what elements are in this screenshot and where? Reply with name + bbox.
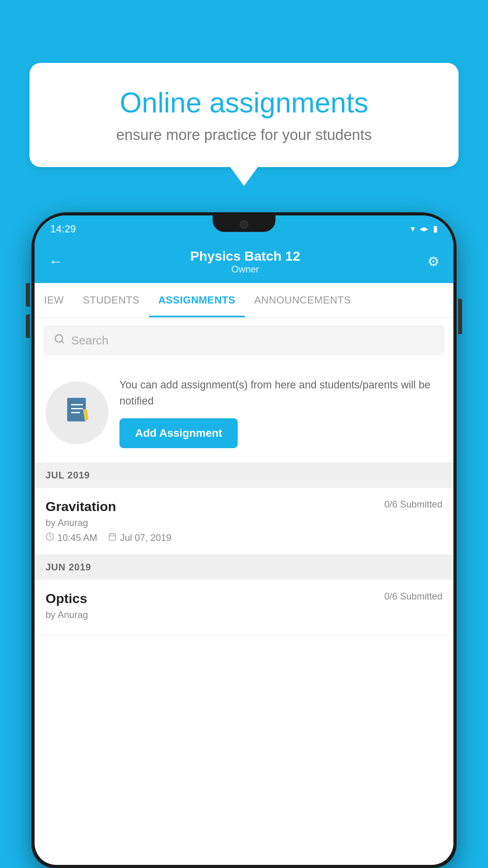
signal-icon: ◂▸ xyxy=(420,224,428,234)
tab-announcements[interactable]: ANNOUNCEMENTS xyxy=(245,283,360,317)
phone-screen: 14:29 ▾ ◂▸ ▮ ← Physics Batch 12 Owner ⚙ … xyxy=(35,215,453,865)
svg-rect-9 xyxy=(109,534,116,541)
assignment-time: 10:45 AM xyxy=(46,532,97,543)
speech-bubble: Online assignments ensure more practice … xyxy=(29,63,459,167)
status-icons: ▾ ◂▸ ▮ xyxy=(411,224,438,234)
power-button xyxy=(458,299,462,334)
bubble-subtitle: ensure more practice for your students xyxy=(57,127,431,143)
assignment-author: by Anurag xyxy=(46,517,442,528)
assignment-name: Gravitation xyxy=(46,499,116,514)
promo-content: You can add assignment(s) from here and … xyxy=(119,377,442,448)
assignment-author-optics: by Anurag xyxy=(46,609,442,620)
section-header-jul2019: JUL 2019 xyxy=(35,463,453,488)
assignment-submitted: 0/6 Submitted xyxy=(384,499,442,510)
add-assignment-button[interactable]: Add Assignment xyxy=(119,418,238,448)
assignment-date: Jul 07, 2019 xyxy=(108,532,171,543)
phone-notch xyxy=(213,215,275,232)
front-camera xyxy=(240,220,248,229)
assignment-item-optics[interactable]: Optics 0/6 Submitted by Anurag xyxy=(35,580,453,636)
header-subtitle: Owner xyxy=(190,264,300,275)
speech-bubble-container: Online assignments ensure more practice … xyxy=(29,63,459,167)
svg-rect-2 xyxy=(67,398,86,421)
volume-down-button xyxy=(26,314,30,338)
phone-frame: 14:29 ▾ ◂▸ ▮ ← Physics Batch 12 Owner ⚙ … xyxy=(31,212,457,868)
promo-icon-circle xyxy=(46,381,108,444)
assignment-row1-optics: Optics 0/6 Submitted xyxy=(46,591,442,606)
assignment-name-optics: Optics xyxy=(46,591,87,606)
search-bar[interactable]: Search xyxy=(44,326,444,355)
search-container: Search xyxy=(35,318,453,363)
assignment-date-text: Jul 07, 2019 xyxy=(120,532,171,543)
svg-line-1 xyxy=(61,341,63,343)
search-icon xyxy=(54,333,65,348)
back-button[interactable]: ← xyxy=(49,253,63,270)
volume-up-button xyxy=(26,283,30,307)
promo-description: You can add assignment(s) from here and … xyxy=(119,377,442,409)
app-header: ← Physics Batch 12 Owner ⚙ xyxy=(35,240,453,283)
notebook-icon xyxy=(61,394,93,432)
assignment-item-gravitation[interactable]: Gravitation 0/6 Submitted by Anurag 10:4… xyxy=(35,488,453,555)
assignment-meta: 10:45 AM Jul 07, 2019 xyxy=(46,532,442,543)
header-title-group: Physics Batch 12 Owner xyxy=(190,248,300,275)
assignment-row1: Gravitation 0/6 Submitted xyxy=(46,499,442,514)
search-placeholder: Search xyxy=(71,334,108,347)
battery-icon: ▮ xyxy=(433,224,438,234)
bubble-title: Online assignments xyxy=(57,86,431,119)
assignment-time-text: 10:45 AM xyxy=(57,532,97,543)
settings-icon[interactable]: ⚙ xyxy=(427,254,439,269)
calendar-icon xyxy=(108,532,117,543)
tab-students[interactable]: STUDENTS xyxy=(73,283,149,317)
wifi-icon: ▾ xyxy=(411,224,415,234)
assignment-submitted-optics: 0/6 Submitted xyxy=(384,591,442,602)
tab-iew[interactable]: IEW xyxy=(35,283,73,317)
tabs-container: IEW STUDENTS ASSIGNMENTS ANNOUNCEMENTS xyxy=(35,283,453,318)
section-header-jun2019: JUN 2019 xyxy=(35,555,453,580)
clock-icon xyxy=(46,532,54,543)
header-title: Physics Batch 12 xyxy=(190,248,300,264)
add-assignment-promo: You can add assignment(s) from here and … xyxy=(35,363,453,463)
status-time: 14:29 xyxy=(50,223,76,235)
tab-assignments[interactable]: ASSIGNMENTS xyxy=(149,283,245,317)
